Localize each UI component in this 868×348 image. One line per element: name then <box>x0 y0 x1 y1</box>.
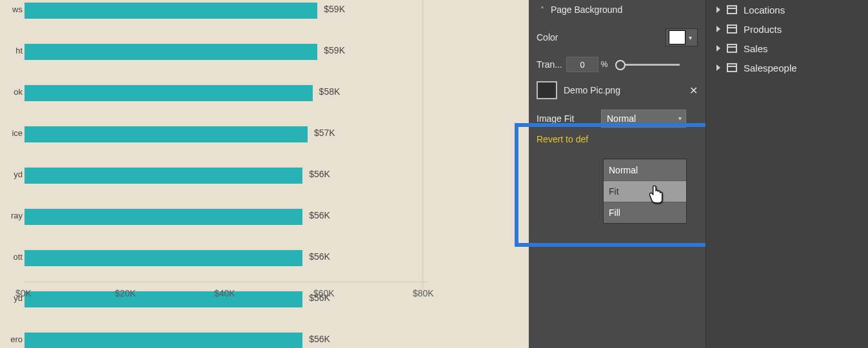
field-table-item[interactable]: Sales <box>706 39 868 58</box>
bar-category-label: ero <box>0 334 23 344</box>
dropdown-option-normal[interactable]: Normal <box>604 159 686 180</box>
color-picker[interactable]: ▾ <box>666 28 698 46</box>
image-fit-label: Image Fit <box>537 113 595 124</box>
image-fit-select[interactable]: Normal ▾ <box>601 110 686 128</box>
transparency-label: Tran... <box>537 59 566 70</box>
color-label: Color <box>537 32 666 43</box>
field-name: Products <box>744 24 868 35</box>
chevron-down-icon: ▾ <box>686 34 695 41</box>
bar-fill[interactable] <box>25 44 317 60</box>
bar-chart: ws$59Kht$59Kok$58Kice$57Kyd$56Kray$56Kot… <box>0 0 310 280</box>
table-icon <box>727 24 737 34</box>
transparency-row: Tran... 0 % <box>529 52 705 77</box>
revert-label: Revert to def <box>537 134 588 144</box>
expand-icon <box>716 6 720 13</box>
bar-row: ott$56K <box>0 247 310 269</box>
bar-value-label: $59K <box>324 45 345 55</box>
bar-category-label: yd <box>0 169 23 179</box>
section-page-background[interactable]: ˄ Page Background <box>529 0 705 19</box>
bar-category-label: ws <box>0 5 23 14</box>
chevron-up-icon: ˄ <box>537 1 548 20</box>
bar-row: ice$57K <box>0 124 310 145</box>
bar-category-label: ott <box>0 252 23 262</box>
x-axis: $0K$20K$40K$60K$80K <box>0 282 464 301</box>
field-table-item[interactable]: Products <box>706 19 868 39</box>
image-filename: Demo Pic.png <box>564 85 683 95</box>
remove-image-icon[interactable]: ✕ <box>689 84 698 97</box>
chart-divider <box>422 0 424 288</box>
axis-tick: $20K <box>115 288 136 298</box>
dropdown-option-fit[interactable]: Fit <box>604 180 686 202</box>
color-swatch <box>669 30 686 44</box>
field-name: Salespeople <box>744 63 868 73</box>
bar-row: ht$59K <box>0 41 310 63</box>
axis-tick: $60K <box>313 288 335 298</box>
format-panel: ˄ Page Background Color ▾ Tran... 0 % De… <box>529 0 705 348</box>
image-fit-selected: Normal <box>607 113 636 124</box>
axis-tick: $0K <box>15 288 32 298</box>
color-row: Color ▾ <box>529 19 705 52</box>
table-icon <box>727 44 737 53</box>
revert-to-default[interactable]: Revert to def <box>529 130 705 148</box>
image-row: Demo Pic.png ✕ <box>529 77 705 103</box>
field-name: Sales <box>744 43 868 54</box>
transparency-slider[interactable] <box>615 58 680 71</box>
report-canvas[interactable]: ws$59Kht$59Kok$58Kice$57Kyd$56Kray$56Kot… <box>0 0 529 348</box>
table-icon <box>727 5 737 14</box>
bar-row: ws$59K <box>0 0 310 21</box>
axis-tick: $40K <box>214 288 235 298</box>
bar-fill[interactable] <box>25 250 302 266</box>
bar-row: ero$56K <box>0 330 310 348</box>
fields-panel: LocationsProductsSalesSalespeople <box>705 0 868 348</box>
bar-value-label: $56K <box>309 169 330 179</box>
expand-icon <box>716 26 720 32</box>
expand-icon <box>716 64 720 71</box>
bar-value-label: $56K <box>309 210 330 220</box>
bar-category-label: ray <box>0 211 23 220</box>
bar-value-label: $58K <box>319 86 340 97</box>
field-table-item[interactable]: Locations <box>706 0 868 19</box>
field-name: Locations <box>744 5 868 15</box>
axis-tick: $80K <box>413 288 434 298</box>
bar-value-label: $57K <box>314 128 335 138</box>
transparency-unit: % <box>598 60 610 69</box>
section-title: Page Background <box>551 5 622 15</box>
bar-fill[interactable] <box>25 85 313 101</box>
bar-value-label: $56K <box>309 334 330 344</box>
bar-category-label: ok <box>0 87 23 97</box>
bar-category-label: ice <box>0 128 23 138</box>
bar-category-label: ht <box>0 46 23 55</box>
bar-fill[interactable] <box>25 333 302 348</box>
slider-track <box>620 64 680 66</box>
transparency-value: 0 <box>580 60 584 70</box>
chevron-down-icon: ▾ <box>678 115 682 122</box>
image-fit-dropdown: Normal Fit Fill <box>603 159 687 224</box>
bar-fill[interactable] <box>25 168 302 184</box>
dropdown-option-fill[interactable]: Fill <box>604 202 686 223</box>
bar-row: ray$56K <box>0 206 310 227</box>
bar-row: ok$58K <box>0 82 310 104</box>
field-table-item[interactable]: Salespeople <box>706 58 868 77</box>
image-thumbnail[interactable] <box>537 81 557 99</box>
transparency-input[interactable]: 0 <box>566 57 598 72</box>
bar-value-label: $59K <box>324 4 345 14</box>
bar-value-label: $56K <box>309 251 330 262</box>
table-icon <box>727 63 737 72</box>
slider-thumb[interactable] <box>615 60 626 70</box>
image-fit-row: Image Fit Normal ▾ <box>529 103 705 130</box>
expand-icon <box>716 45 720 52</box>
bar-fill[interactable] <box>25 209 302 225</box>
axis-line <box>25 282 428 282</box>
bar-fill[interactable] <box>25 126 308 142</box>
bar-fill[interactable] <box>25 3 317 19</box>
bar-row: yd$56K <box>0 165 310 186</box>
